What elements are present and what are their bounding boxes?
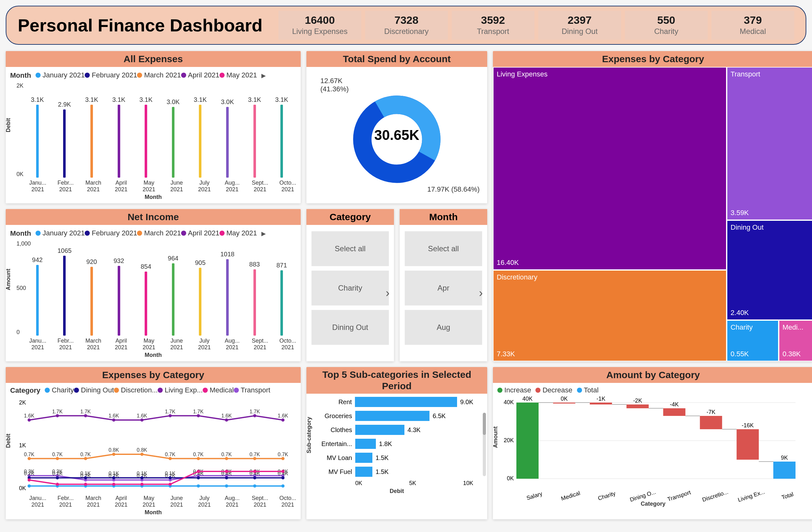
card-all-expenses[interactable]: All Expenses Month January 2021February … bbox=[6, 51, 301, 203]
hbar-row[interactable]: MV Loan1.5K bbox=[355, 453, 473, 463]
treemap-cell-charity[interactable]: Charity 0.55K bbox=[727, 320, 779, 361]
svg-point-104 bbox=[281, 470, 285, 473]
filter-option[interactable]: Select all bbox=[311, 231, 389, 266]
legend-item[interactable]: May 2021 bbox=[219, 71, 257, 79]
filter-month[interactable]: Month Select all Apr Aug › bbox=[400, 209, 487, 361]
card-total-spend[interactable]: Total Spend by Account 12.67K (41.36%) 3… bbox=[306, 51, 487, 203]
legend-item[interactable]: April 2021 bbox=[181, 71, 219, 79]
card-top5[interactable]: Top 5 Sub-categories in Selected Period … bbox=[306, 367, 487, 519]
legend-item[interactable]: February 2021 bbox=[85, 229, 137, 237]
scrollbar[interactable] bbox=[483, 413, 486, 476]
treemap-cell-dining[interactable]: Dining Out 2.40K bbox=[727, 220, 812, 320]
legend-item[interactable]: May 2021 bbox=[219, 229, 257, 237]
filter-title: Category bbox=[306, 209, 394, 225]
page-title: Personal Finance Dashboard bbox=[18, 15, 263, 35]
kpi-dining-out[interactable]: 2397 Dining Out bbox=[538, 11, 621, 40]
legend-item[interactable]: April 2021 bbox=[181, 229, 219, 237]
svg-text:1.6K: 1.6K bbox=[24, 413, 34, 418]
svg-point-95 bbox=[28, 478, 31, 481]
kpi-discretionary[interactable]: 7328 Discretionary bbox=[365, 11, 448, 40]
filter-option[interactable]: Dining Out bbox=[311, 310, 389, 345]
card-expenses-line[interactable]: Expenses by Category Category CharityDin… bbox=[6, 367, 301, 519]
chevron-right-icon[interactable]: › bbox=[479, 286, 483, 300]
kpi-row: 16400 Living Expenses 7328 Discretionary… bbox=[278, 11, 794, 40]
svg-text:1.7K: 1.7K bbox=[52, 409, 62, 414]
svg-point-67 bbox=[84, 476, 87, 479]
kpi-label: Discretionary bbox=[366, 27, 447, 36]
legend-item[interactable]: Transport bbox=[234, 386, 270, 394]
svg-point-34 bbox=[281, 457, 285, 460]
chevron-right-icon[interactable]: › bbox=[386, 286, 390, 300]
legend-item[interactable]: Dining Out bbox=[74, 386, 114, 394]
filter-option[interactable]: Select all bbox=[405, 231, 482, 266]
legend-item[interactable]: February 2021 bbox=[85, 71, 137, 79]
svg-text:0K: 0K bbox=[507, 475, 514, 481]
svg-point-68 bbox=[112, 476, 115, 479]
hbar-row[interactable]: Groceries6.5K bbox=[355, 411, 473, 421]
legend-next-icon[interactable]: ▸ bbox=[261, 228, 266, 239]
x-axis-label: Category bbox=[497, 501, 809, 507]
hbar-row[interactable]: Clothes4.3K bbox=[355, 425, 473, 435]
svg-point-11 bbox=[197, 414, 200, 417]
svg-point-8 bbox=[112, 418, 115, 421]
kpi-transport[interactable]: 3592 Transport bbox=[452, 11, 535, 40]
line-chart: 2K1K0K1.6K1.7K1.7K1.6K1.6K1.7K1.7K1.6K1.… bbox=[10, 397, 289, 492]
legend-item[interactable]: March 2021 bbox=[137, 71, 181, 79]
treemap-cell-medical[interactable]: Medi... 0.38K bbox=[779, 320, 812, 361]
card-expenses-treemap[interactable]: Expenses by Category Living Expenses 16.… bbox=[493, 51, 812, 361]
kpi-charity[interactable]: 550 Charity bbox=[625, 11, 708, 40]
treemap-cell-living[interactable]: Living Expenses 16.40K bbox=[493, 67, 727, 270]
svg-point-13 bbox=[253, 414, 256, 417]
card-amount-by-category[interactable]: Amount by Category Increase Decrease Tot… bbox=[493, 367, 812, 519]
svg-point-66 bbox=[56, 476, 59, 479]
svg-text:0.8K: 0.8K bbox=[137, 447, 147, 453]
kpi-label: Charity bbox=[626, 27, 706, 36]
hbar-row[interactable]: Rent9.0K bbox=[355, 397, 473, 407]
hbar-row[interactable]: MV Fuel1.5K bbox=[355, 466, 473, 477]
kpi-value: 16400 bbox=[280, 14, 360, 26]
treemap-cell-transport[interactable]: Transport 3.59K bbox=[727, 67, 812, 220]
legend-next-icon[interactable]: ▸ bbox=[261, 70, 266, 81]
legend-item[interactable]: Charity bbox=[45, 386, 74, 394]
svg-text:40K: 40K bbox=[522, 396, 533, 402]
y-axis-label: Debit bbox=[6, 434, 12, 448]
kpi-label: Dining Out bbox=[539, 27, 620, 36]
svg-rect-125 bbox=[700, 416, 722, 429]
y-axis-label: Amount bbox=[493, 426, 499, 448]
filter-category[interactable]: Category Select all Charity Dining Out › bbox=[306, 209, 394, 361]
svg-text:40K: 40K bbox=[504, 399, 514, 405]
legend-item[interactable]: March 2021 bbox=[137, 229, 181, 237]
filter-option[interactable]: Aug bbox=[405, 310, 482, 345]
legend-item[interactable]: Discretion... bbox=[114, 386, 158, 394]
svg-point-102 bbox=[225, 470, 228, 473]
svg-point-30 bbox=[169, 457, 172, 460]
svg-text:0.2K: 0.2K bbox=[24, 471, 34, 476]
kpi-label: Medical bbox=[713, 27, 793, 36]
svg-point-32 bbox=[225, 457, 228, 460]
svg-point-70 bbox=[169, 476, 172, 479]
svg-point-33 bbox=[253, 457, 256, 460]
legend-item[interactable]: Medical bbox=[203, 386, 234, 394]
filter-option[interactable]: Apr bbox=[405, 271, 482, 305]
legend-item[interactable]: Living Exp... bbox=[158, 386, 203, 394]
kpi-label: Transport bbox=[453, 27, 533, 36]
waterfall-legend: Increase Decrease Total bbox=[497, 386, 809, 394]
kpi-living-expenses[interactable]: 16400 Living Expenses bbox=[278, 11, 361, 40]
svg-rect-119 bbox=[626, 404, 649, 408]
bar-chart: 2K0K 3.1K2.9K3.1K3.1K3.1K3.0K3.1K3.0K3.1… bbox=[10, 83, 296, 178]
treemap-cell-discretionary[interactable]: Discretionary 7.33K bbox=[493, 270, 727, 361]
legend-item[interactable]: January 2021 bbox=[35, 71, 85, 79]
legend-item[interactable]: January 2021 bbox=[35, 229, 85, 237]
svg-point-71 bbox=[197, 476, 200, 479]
kpi-value: 2397 bbox=[539, 14, 620, 26]
kpi-label: Living Expenses bbox=[280, 27, 360, 36]
svg-point-29 bbox=[141, 453, 144, 456]
svg-rect-128 bbox=[737, 429, 759, 460]
filter-option[interactable]: Charity bbox=[311, 271, 389, 305]
svg-point-28 bbox=[112, 453, 115, 456]
card-net-income[interactable]: Net Income Month January 2021February 20… bbox=[6, 209, 301, 361]
kpi-medical[interactable]: 379 Medical bbox=[711, 11, 794, 40]
hbar-row[interactable]: Entertain...1.8K bbox=[355, 439, 473, 449]
svg-point-72 bbox=[225, 476, 228, 479]
kpi-value: 3592 bbox=[453, 14, 533, 26]
